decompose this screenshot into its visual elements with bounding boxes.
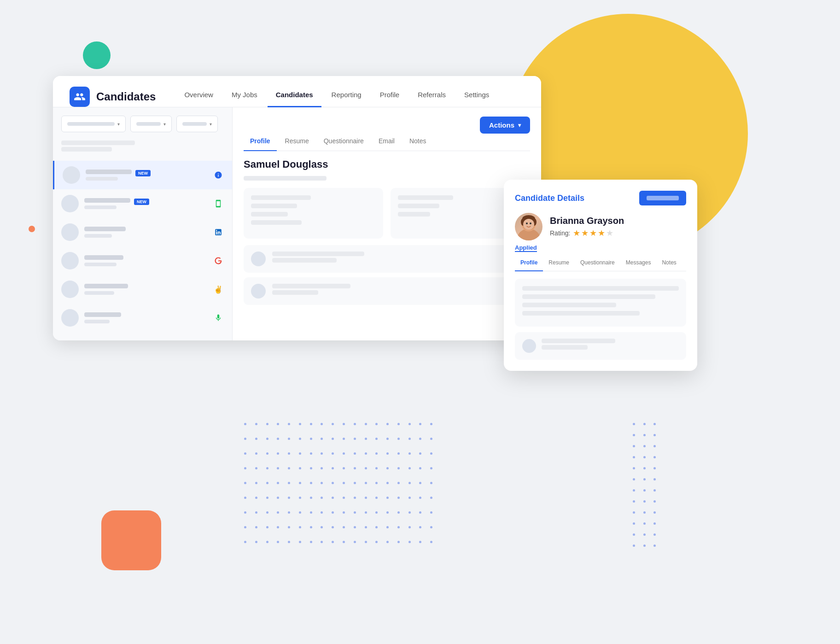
rating-label: Rating: xyxy=(550,229,570,237)
top-nav: Candidates Overview My Jobs Candidates R… xyxy=(53,76,541,107)
candidate-info xyxy=(84,255,207,266)
detail-tabs: Profile Resume Questionnaire Messages No… xyxy=(515,257,686,271)
actions-label: Actions xyxy=(489,121,514,129)
detail-tab-resume[interactable]: Resume xyxy=(543,257,575,271)
app-title: Candidates xyxy=(96,90,156,103)
content-area: ▾ ▾ ▾ xyxy=(53,107,541,340)
candidate-photo xyxy=(515,213,542,240)
info-icon xyxy=(213,170,224,181)
chevron-down-icon: ▾ xyxy=(518,122,521,129)
candidate-item-2[interactable]: NEW xyxy=(53,189,232,218)
chevron-down-icon: ▾ xyxy=(210,122,212,127)
svg-point-6 xyxy=(523,219,534,230)
svg-point-8 xyxy=(530,222,531,224)
nav-items: Overview My Jobs Candidates Reporting Pr… xyxy=(176,86,525,107)
detail-tab-profile[interactable]: Profile xyxy=(515,257,543,271)
star-3: ★ xyxy=(589,228,597,238)
profile-panel: Actions ▾ Profile Resume Questionnaire E… xyxy=(233,107,541,340)
mini-avatar xyxy=(522,339,536,353)
detail-content-box2 xyxy=(515,332,686,360)
handshake-icon: ✌️ xyxy=(213,284,224,295)
rating-row: Rating: ★ ★ ★ ★ ★ xyxy=(550,228,624,238)
detail-card: Candidate Details xyxy=(504,180,697,371)
profile-content-grid xyxy=(244,188,530,239)
nav-item-profile[interactable]: Profile xyxy=(372,86,408,107)
profile-tabs: Profile Resume Questionnaire Email Notes xyxy=(244,134,530,151)
bg-dots-left xyxy=(244,423,438,552)
candidate-info xyxy=(84,284,207,295)
avatar xyxy=(61,223,79,241)
nav-item-myjobs[interactable]: My Jobs xyxy=(223,86,266,107)
bg-orange-dot xyxy=(29,226,35,232)
candidate-name-section: Brianna Grayson Rating: ★ ★ ★ ★ ★ xyxy=(550,216,624,238)
profile-card-full-1 xyxy=(244,245,530,273)
nav-item-overview[interactable]: Overview xyxy=(176,86,222,107)
candidate-info: NEW xyxy=(84,198,207,209)
linkedin-icon xyxy=(213,227,224,238)
new-badge: NEW xyxy=(135,170,151,176)
profile-card-full-2 xyxy=(244,277,530,305)
tab-profile[interactable]: Profile xyxy=(244,134,277,151)
star-2: ★ xyxy=(581,228,589,238)
tab-questionnaire[interactable]: Questionnaire xyxy=(317,134,370,151)
star-4: ★ xyxy=(598,228,605,238)
candidate-item-5[interactable]: ✌️ xyxy=(53,275,232,304)
candidate-info xyxy=(84,312,207,323)
stars: ★ ★ ★ ★ ★ xyxy=(573,228,613,238)
star-5: ★ xyxy=(606,228,613,238)
avatar xyxy=(61,195,79,212)
nav-item-candidates[interactable]: Candidates xyxy=(268,86,321,107)
candidate-info xyxy=(84,227,207,238)
new-badge: NEW xyxy=(134,199,149,205)
filter-dropdown-3[interactable]: ▾ xyxy=(176,116,218,132)
detail-content-box xyxy=(515,279,686,327)
detail-card-header: Candidate Details xyxy=(515,191,686,205)
nav-item-settings[interactable]: Settings xyxy=(456,86,497,107)
detail-tab-questionnaire[interactable]: Questionnaire xyxy=(575,257,620,271)
main-window: Candidates Overview My Jobs Candidates R… xyxy=(53,76,541,340)
actions-button[interactable]: Actions ▾ xyxy=(480,117,530,134)
bg-green-circle xyxy=(83,41,111,69)
chevron-down-icon: ▾ xyxy=(163,122,166,127)
candidates-icon xyxy=(74,91,86,103)
filter-dropdown-1[interactable]: ▾ xyxy=(61,116,126,132)
candidate-item-1[interactable]: NEW xyxy=(53,161,232,189)
tab-resume[interactable]: Resume xyxy=(279,134,315,151)
candidate-info: NEW xyxy=(86,170,207,181)
mini-avatar xyxy=(251,252,266,266)
avatar xyxy=(61,252,79,269)
microphone-icon xyxy=(213,312,224,323)
candidate-profile-row: Brianna Grayson Rating: ★ ★ ★ ★ ★ xyxy=(515,213,686,240)
tab-email[interactable]: Email xyxy=(372,134,401,151)
chevron-down-icon: ▾ xyxy=(117,122,120,127)
filter-bar: ▾ ▾ ▾ xyxy=(53,116,232,141)
app-icon xyxy=(70,87,90,107)
nav-item-referrals[interactable]: Referrals xyxy=(409,86,454,107)
candidate-item-4[interactable] xyxy=(53,246,232,275)
nav-item-reporting[interactable]: Reporting xyxy=(323,86,370,107)
profile-card-left xyxy=(244,188,383,239)
mini-avatar xyxy=(251,284,266,299)
star-1: ★ xyxy=(573,228,580,238)
svg-point-7 xyxy=(526,222,528,224)
candidate-item-6[interactable] xyxy=(53,304,232,332)
candidate-full-name: Samuel Douglass xyxy=(244,158,530,170)
detail-card-button[interactable] xyxy=(639,191,686,205)
bg-dots-right xyxy=(633,423,660,552)
detail-tab-messages[interactable]: Messages xyxy=(620,257,657,271)
detail-tab-notes[interactable]: Notes xyxy=(656,257,682,271)
bg-salmon-rect xyxy=(101,510,161,570)
mobile-icon xyxy=(213,198,224,209)
applied-badge: Applied xyxy=(515,244,537,252)
filter-dropdown-2[interactable]: ▾ xyxy=(130,116,172,132)
candidate-list: ▾ ▾ ▾ xyxy=(53,107,233,340)
candidate-item-3[interactable] xyxy=(53,218,232,246)
candidate-name-big: Brianna Grayson xyxy=(550,216,624,226)
detail-card-title: Candidate Details xyxy=(515,193,584,203)
avatar xyxy=(61,309,79,327)
avatar xyxy=(61,281,79,298)
avatar xyxy=(63,166,80,184)
google-icon xyxy=(213,255,224,266)
tab-notes[interactable]: Notes xyxy=(403,134,433,151)
